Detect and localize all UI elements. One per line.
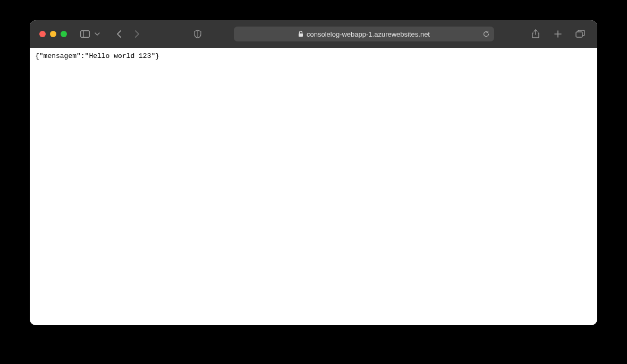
new-tab-button[interactable] bbox=[550, 27, 565, 41]
window-controls bbox=[39, 31, 67, 37]
browser-toolbar: consolelog-webapp-1.azurewebsites.net bbox=[30, 20, 597, 48]
browser-window: consolelog-webapp-1.azurewebsites.net bbox=[30, 20, 597, 325]
forward-button[interactable] bbox=[130, 27, 145, 41]
back-button[interactable] bbox=[112, 27, 126, 41]
svg-rect-3 bbox=[299, 33, 303, 37]
tab-group-dropdown[interactable] bbox=[92, 27, 102, 41]
navigation-controls bbox=[112, 27, 145, 41]
maximize-window-button[interactable] bbox=[61, 31, 67, 37]
svg-rect-4 bbox=[576, 32, 582, 37]
page-content: {"mensagem":"Hello world 123"} bbox=[30, 48, 597, 325]
sidebar-controls bbox=[78, 27, 102, 41]
close-window-button[interactable] bbox=[39, 31, 46, 37]
tabs-overview-button[interactable] bbox=[573, 27, 588, 41]
response-body-text: {"mensagem":"Hello world 123"} bbox=[35, 52, 159, 60]
minimize-window-button[interactable] bbox=[50, 31, 56, 37]
sidebar-toggle-button[interactable] bbox=[78, 27, 92, 41]
url-text: consolelog-webapp-1.azurewebsites.net bbox=[307, 30, 430, 38]
privacy-shield-icon[interactable] bbox=[190, 27, 205, 41]
toolbar-right-controls bbox=[528, 27, 588, 41]
svg-rect-0 bbox=[81, 31, 90, 38]
share-button[interactable] bbox=[528, 27, 543, 41]
refresh-button[interactable] bbox=[482, 30, 490, 38]
lock-icon bbox=[298, 31, 303, 37]
address-bar-content: consolelog-webapp-1.azurewebsites.net bbox=[298, 30, 430, 38]
address-bar[interactable]: consolelog-webapp-1.azurewebsites.net bbox=[234, 27, 494, 41]
